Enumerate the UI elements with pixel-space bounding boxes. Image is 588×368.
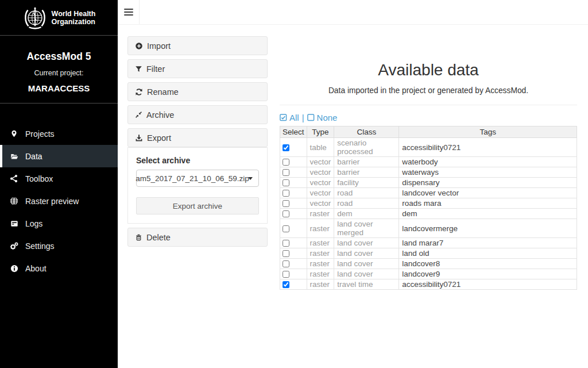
available-data-section: Available data Data imported in the proj…: [280, 25, 577, 290]
class-cell: travel time: [334, 279, 399, 290]
select-cell: [280, 219, 307, 238]
data-actions-column: Import Filter Rename: [127, 36, 268, 251]
table-header-row: Select Type Class Tags: [280, 126, 577, 138]
hamburger-menu-icon[interactable]: [118, 0, 140, 24]
tags-cell: dispensary: [399, 178, 577, 188]
type-cell: vector: [307, 188, 334, 198]
type-cell: table: [307, 138, 334, 157]
row-select-checkbox[interactable]: [283, 281, 289, 288]
row-select-checkbox[interactable]: [283, 240, 289, 247]
sidebar-item-toolbox[interactable]: Toolbox: [0, 167, 118, 190]
export-panel: Select archive am5_2017_07_21_10_06_59.z…: [127, 147, 268, 224]
tags-column-header: Tags: [399, 126, 577, 138]
tags-cell: landcover8: [399, 259, 577, 269]
sidebar-item-label: About: [25, 264, 47, 273]
type-cell: vector: [307, 178, 334, 188]
row-select-checkbox[interactable]: [283, 260, 289, 267]
tags-cell: accessibility0721: [399, 138, 577, 157]
tags-cell: waterbody: [399, 157, 577, 167]
table-row: rasterland coverland marar7: [280, 238, 577, 248]
row-select-checkbox[interactable]: [283, 225, 289, 232]
select-cell: [280, 279, 307, 290]
type-cell: raster: [307, 259, 334, 269]
rename-button[interactable]: Rename: [127, 82, 268, 101]
table-row: vectorroadlandcover vector: [280, 188, 577, 198]
select-cell: [280, 157, 307, 167]
sidebar-item-label: Raster preview: [25, 197, 79, 206]
class-cell: barrier: [334, 157, 399, 167]
type-cell: vector: [307, 198, 334, 209]
download-icon: [135, 134, 143, 142]
tags-cell: dem: [399, 209, 577, 219]
sidebar-item-data[interactable]: Data: [0, 145, 118, 167]
class-cell: facility: [334, 178, 399, 188]
sidebar-item-raster-preview[interactable]: Raster preview: [0, 190, 118, 212]
select-none-link[interactable]: None: [307, 113, 338, 122]
sidebar-item-label: Projects: [25, 129, 55, 139]
table-row: vectorfacilitydispensary: [280, 178, 577, 188]
import-button[interactable]: Import: [127, 36, 268, 55]
type-cell: vector: [307, 157, 334, 167]
archive-button[interactable]: Archive: [127, 105, 268, 124]
export-button[interactable]: Export: [127, 128, 268, 147]
sidebar-item-settings[interactable]: Settings: [0, 235, 118, 257]
select-cell: [280, 269, 307, 279]
sidebar-item-label: Data: [25, 152, 42, 161]
map-pin-icon: [9, 129, 19, 138]
archive-select-dropdown[interactable]: am5_2017_07_21_10_06_59.zip: [136, 170, 259, 187]
row-select-checkbox[interactable]: [283, 190, 289, 197]
sidebar-item-projects[interactable]: Projects: [0, 122, 118, 145]
tags-cell: landcovermerge: [399, 219, 577, 238]
check-square-icon: [280, 114, 287, 121]
tags-cell: accessibility0721: [399, 279, 577, 290]
row-select-checkbox[interactable]: [283, 169, 289, 176]
refresh-icon: [135, 88, 143, 96]
delete-button[interactable]: Delete: [127, 228, 268, 247]
class-cell: land cover merged: [334, 219, 399, 238]
tags-cell: landcover vector: [399, 188, 577, 198]
row-select-checkbox[interactable]: [283, 159, 289, 166]
who-logo-icon: [22, 5, 48, 30]
row-select-checkbox[interactable]: [283, 210, 289, 217]
tags-cell: roads mara: [399, 198, 577, 209]
compress-arrows-icon: [135, 111, 142, 118]
project-block: AccessMod 5 Current project: MARAACCESS: [0, 36, 118, 103]
row-select-checkbox[interactable]: [283, 179, 289, 186]
row-select-checkbox[interactable]: [283, 200, 289, 207]
export-archive-button[interactable]: Export archive: [136, 197, 259, 214]
selection-links: All | None: [280, 113, 577, 122]
type-cell: raster: [307, 279, 334, 290]
sidebar-item-about[interactable]: About: [0, 257, 118, 279]
project-name: MARAACCESS: [0, 83, 118, 93]
type-cell: raster: [307, 238, 334, 248]
tags-cell: landcover9: [399, 269, 577, 279]
caret-down-icon: [248, 177, 253, 180]
select-cell: [280, 167, 307, 178]
topbar: [118, 0, 588, 25]
row-select-checkbox[interactable]: [283, 144, 289, 151]
type-cell: raster: [307, 209, 334, 219]
table-row: vectorbarrierwaterbody: [280, 157, 577, 167]
table-row: rasterland cover mergedlandcovermerge: [280, 219, 577, 238]
app-title: AccessMod 5: [0, 51, 118, 63]
plus-circle-icon: [135, 42, 143, 50]
gears-icon: [9, 241, 19, 250]
filter-button[interactable]: Filter: [127, 59, 268, 78]
select-column-header: Select: [280, 126, 307, 138]
table-row: vectorroadroads mara: [280, 198, 577, 209]
who-header: World Health Organization: [0, 0, 118, 36]
class-cell: land cover: [334, 259, 399, 269]
globe-icon: [9, 197, 19, 205]
class-cell: dem: [334, 209, 399, 219]
divider: [280, 105, 577, 105]
class-cell: scenario processed: [334, 138, 399, 157]
available-data-table: Select Type Class Tags tablescenario pro…: [280, 126, 577, 290]
sidebar-item-logs[interactable]: Logs: [0, 212, 118, 235]
table-row: tablescenario processedaccessibility0721: [280, 138, 577, 157]
select-all-link[interactable]: All: [280, 113, 299, 122]
sidebar-nav: Projects Data Toolbox: [0, 122, 118, 279]
select-cell: [280, 178, 307, 188]
row-select-checkbox[interactable]: [283, 250, 289, 257]
type-column-header: Type: [307, 126, 334, 138]
row-select-checkbox[interactable]: [283, 271, 289, 278]
